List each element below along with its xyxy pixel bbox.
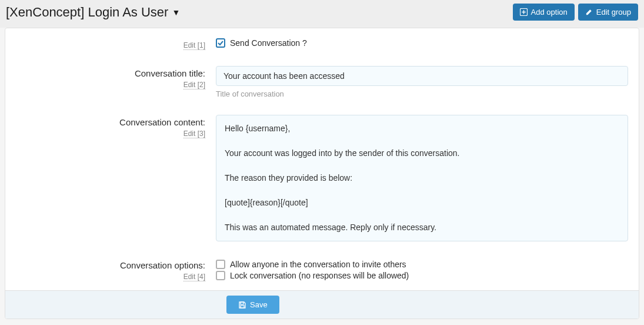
edit-link-2[interactable]: Edit [2] [183, 81, 205, 89]
send-conversation-label: Send Conversation ? [230, 38, 307, 48]
check-icon [217, 39, 224, 47]
page-header: [XenConcept] Login As User ▼ Add option … [0, 0, 644, 28]
field-col: Title of conversation [216, 66, 628, 98]
checkbox-checked[interactable] [216, 38, 225, 48]
save-label: Save [250, 300, 268, 309]
page-title[interactable]: [XenConcept] Login As User ▼ [6, 5, 180, 20]
conversation-title-help: Title of conversation [216, 89, 628, 98]
option-allow-invite[interactable]: Allow anyone in the conversation to invi… [216, 260, 628, 269]
edit-link-4[interactable]: Edit [4] [183, 273, 205, 281]
add-option-label: Add option [531, 8, 568, 16]
option-lock-conversation-label: Lock conversation (no responses will be … [230, 271, 409, 280]
conversation-options-label: Conversation options: [16, 260, 205, 270]
conversation-title-input[interactable] [216, 66, 628, 86]
save-button[interactable]: Save [226, 296, 279, 314]
label-col: Conversation options: Edit [4] [16, 258, 216, 282]
page-title-text: [XenConcept] Login As User [6, 5, 168, 20]
label-col: Edit [1] [16, 37, 216, 49]
form-block: Edit [1] Send Conversation ? Conversatio… [5, 28, 639, 319]
conversation-content-label: Conversation content: [16, 117, 205, 127]
plus-square-icon [520, 8, 528, 16]
svg-rect-3 [241, 302, 243, 304]
conversation-title-label: Conversation title: [16, 68, 205, 78]
pencil-icon [585, 8, 593, 16]
field-col: Send Conversation ? [216, 37, 628, 49]
row-conversation-title: Conversation title: Edit [2] Title of co… [5, 58, 639, 107]
edit-link-3[interactable]: Edit [3] [183, 130, 205, 138]
add-option-button[interactable]: Add option [513, 4, 575, 21]
row-conversation-content: Conversation content: Edit [3] Hello {us… [5, 107, 639, 250]
field-col: Allow anyone in the conversation to invi… [216, 258, 628, 282]
edit-group-button[interactable]: Edit group [578, 4, 638, 21]
edit-group-label: Edit group [596, 8, 631, 16]
edit-link-1[interactable]: Edit [1] [183, 41, 205, 50]
save-icon [238, 301, 246, 309]
conversation-content-textarea[interactable]: Hello {username}, Your account was logge… [216, 115, 628, 241]
option-lock-conversation[interactable]: Lock conversation (no responses will be … [216, 271, 628, 280]
svg-rect-4 [241, 306, 244, 308]
field-col: Hello {username}, Your account was logge… [216, 115, 628, 241]
form-footer: Save [5, 290, 639, 319]
option-allow-invite-label: Allow anyone in the conversation to invi… [230, 260, 406, 269]
checkbox-unchecked[interactable] [216, 260, 225, 269]
checkbox-unchecked[interactable] [216, 271, 225, 280]
label-col: Conversation title: Edit [2] [16, 66, 216, 98]
row-conversation-options: Conversation options: Edit [4] Allow any… [5, 250, 639, 290]
header-buttons: Add option Edit group [513, 4, 638, 21]
row-send-conversation: Edit [1] Send Conversation ? [5, 28, 639, 58]
caret-down-icon: ▼ [172, 8, 180, 17]
label-col: Conversation content: Edit [3] [16, 115, 216, 241]
send-conversation-checkbox-row[interactable]: Send Conversation ? [216, 38, 628, 48]
